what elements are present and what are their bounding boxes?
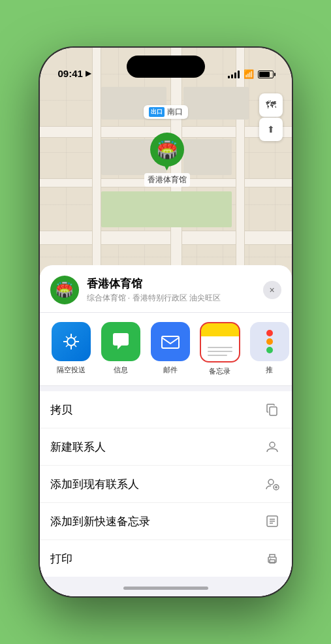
airdrop-label: 隔空投送 bbox=[57, 365, 86, 375]
stadium-pin[interactable]: 🏟️ 香港体育馆 bbox=[144, 133, 190, 187]
map-road bbox=[40, 231, 292, 245]
mail-label: 邮件 bbox=[163, 365, 178, 375]
location-text: 南口 bbox=[167, 106, 183, 118]
map-block bbox=[183, 87, 249, 120]
print-icon bbox=[263, 549, 281, 568]
sheet-header: 🏟️ 香港体育馆 综合体育馆 · 香港特别行政区 油尖旺区 × bbox=[40, 265, 292, 313]
share-item-more[interactable]: 推 bbox=[249, 322, 291, 376]
bottom-sheet: 🏟️ 香港体育馆 综合体育馆 · 香港特别行政区 油尖旺区 × bbox=[40, 265, 292, 596]
add-contact-icon bbox=[263, 475, 281, 493]
airdrop-icon bbox=[52, 322, 91, 361]
share-item-airdrop[interactable]: 隔空投送 bbox=[50, 322, 92, 376]
messages-icon bbox=[101, 322, 140, 361]
close-button[interactable]: × bbox=[263, 281, 281, 299]
messages-label: 信息 bbox=[114, 365, 128, 375]
location-button[interactable]: ⬆ bbox=[259, 118, 283, 141]
notes-lines bbox=[208, 343, 232, 356]
share-item-mail[interactable]: 邮件 bbox=[150, 322, 191, 376]
action-new-contact[interactable]: 新建联系人 bbox=[40, 428, 292, 466]
action-print-label: 打印 bbox=[50, 551, 72, 566]
venue-icon: 🏟️ bbox=[50, 276, 79, 304]
dynamic-island bbox=[127, 56, 205, 78]
map-type-button[interactable]: 🗺 bbox=[259, 93, 283, 117]
share-item-messages[interactable]: 信息 bbox=[100, 322, 142, 376]
map-block bbox=[183, 139, 232, 175]
svg-point-3 bbox=[270, 442, 275, 447]
action-copy-label: 拷贝 bbox=[50, 402, 72, 417]
notes-icon bbox=[200, 322, 240, 362]
more-label: 推 bbox=[266, 365, 273, 375]
venue-desc: 综合体育馆 · 香港特别行政区 油尖旺区 bbox=[87, 293, 255, 304]
action-quick-note[interactable]: 添加到新快速备忘录 bbox=[40, 503, 292, 540]
svg-rect-2 bbox=[270, 407, 277, 415]
action-print[interactable]: 打印 bbox=[40, 540, 292, 577]
map-block bbox=[101, 191, 232, 227]
share-item-notes[interactable]: 备忘录 bbox=[199, 322, 241, 376]
time-display: 09:41 bbox=[58, 68, 83, 79]
quick-note-icon bbox=[263, 512, 281, 530]
more-icon bbox=[250, 322, 289, 361]
battery-icon bbox=[258, 71, 274, 78]
stadium-label: 香港体育馆 bbox=[144, 173, 190, 187]
map-controls: 🗺 ⬆ bbox=[259, 93, 283, 141]
action-add-existing-label: 添加到现有联系人 bbox=[50, 477, 139, 492]
home-indicator bbox=[123, 587, 208, 590]
copy-icon bbox=[263, 400, 281, 419]
stadium-icon: 🏟️ bbox=[157, 140, 178, 160]
action-copy[interactable]: 拷贝 bbox=[40, 391, 292, 428]
notes-label: 备忘录 bbox=[209, 366, 230, 376]
wifi-icon: 📶 bbox=[244, 69, 254, 79]
status-right-icons: 📶 bbox=[228, 69, 274, 79]
status-time: 09:41 ▶ bbox=[58, 68, 91, 79]
svg-point-4 bbox=[268, 479, 274, 485]
venue-name: 香港体育馆 bbox=[87, 276, 255, 291]
home-indicator-area bbox=[40, 577, 292, 596]
location-label: 出口 南口 bbox=[144, 105, 188, 119]
share-row: 隔空投送 信息 bbox=[40, 313, 292, 386]
action-quick-note-label: 添加到新快速备忘录 bbox=[50, 514, 150, 529]
svg-rect-1 bbox=[162, 336, 179, 348]
signal-icon bbox=[228, 71, 240, 78]
mail-icon bbox=[151, 322, 190, 361]
venue-info: 香港体育馆 综合体育馆 · 香港特别行政区 油尖旺区 bbox=[87, 276, 255, 304]
new-contact-icon bbox=[263, 438, 281, 456]
action-add-existing[interactable]: 添加到现有联系人 bbox=[40, 466, 292, 503]
svg-rect-13 bbox=[270, 560, 275, 563]
stadium-pin-circle: 🏟️ bbox=[150, 133, 184, 167]
svg-point-14 bbox=[270, 558, 271, 560]
location-arrow-icon: ▶ bbox=[86, 69, 91, 78]
action-new-contact-label: 新建联系人 bbox=[50, 440, 106, 455]
location-badge: 出口 bbox=[149, 107, 165, 117]
phone-frame: 09:41 ▶ 📶 bbox=[39, 46, 293, 598]
action-list: 拷贝 新建联系人 bbox=[40, 391, 292, 577]
more-dots bbox=[266, 330, 273, 353]
